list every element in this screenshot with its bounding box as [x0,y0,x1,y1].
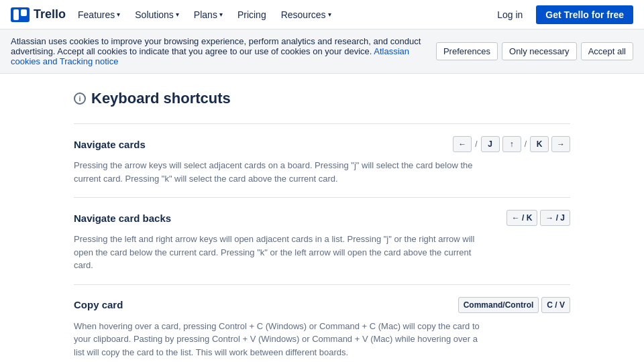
info-icon: i [74,93,86,105]
key-badge: ← / K [506,210,538,226]
shortcut-description: Pressing the left and right arrow keys w… [74,233,490,272]
chevron-down-icon: ▾ [328,11,331,18]
key-badge: C / V [541,297,570,313]
nav-pricing[interactable]: Pricing [231,5,273,24]
nav-plans[interactable]: Plans ▾ [187,5,229,24]
accept-all-button[interactable]: Accept all [581,42,633,60]
chevron-down-icon: ▾ [176,11,179,18]
main-content: i Keyboard shortcuts Navigate cards ← / … [60,74,584,362]
key-badge: ↑ [502,136,521,152]
nav-features[interactable]: Features ▾ [71,5,127,24]
shortcut-keys: Command/Control C / V [458,297,570,313]
cookie-buttons: Preferences Only necessary Accept all [436,42,633,60]
logo-text: Trello [34,7,66,21]
key-separator: / [524,139,527,149]
nav-solutions-label: Solutions [135,9,174,20]
page-title: Keyboard shortcuts [91,90,231,107]
logo[interactable]: Trello [11,7,66,22]
preferences-button[interactable]: Preferences [436,42,498,60]
cookie-text: Atlassian uses cookies to improve your b… [11,36,431,66]
nav-items: Features ▾ Solutions ▾ Plans ▾ Pricing R… [71,5,338,24]
svg-rect-1 [21,9,27,16]
chevron-down-icon: ▾ [117,11,120,18]
nav-plans-label: Plans [194,9,217,20]
nav-solutions[interactable]: Solutions ▾ [128,5,186,24]
shortcut-section-copy-card: Copy card Command/Control C / V When hov… [74,284,570,363]
nav-pricing-label: Pricing [237,9,266,20]
key-badge: J [481,136,500,152]
key-separator: / [474,139,478,149]
key-badge: Command/Control [458,297,539,313]
shortcut-header: Navigate cards ← / J ↑ / K → [74,136,570,152]
nav-features-label: Features [78,9,115,20]
key-badge: → [551,136,570,152]
shortcut-description: Pressing the arrow keys will select adja… [74,159,490,185]
nav-right: Log in Get Trello for free [489,5,633,24]
shortcut-name: Navigate card backs [74,213,171,224]
nav-resources-label: Resources [281,9,326,20]
shortcut-keys: ← / K → / J [506,210,570,226]
cookie-banner: Atlassian uses cookies to improve your b… [0,29,644,74]
key-badge: K [530,136,549,152]
page-title-row: i Keyboard shortcuts [74,90,570,107]
trello-logo-icon [11,7,30,22]
shortcut-header: Navigate card backs ← / K → / J [74,210,570,226]
shortcut-name: Navigate cards [74,139,146,150]
svg-rect-0 [13,9,19,20]
shortcut-name: Copy card [74,299,123,310]
navbar: Trello Features ▾ Solutions ▾ Plans ▾ Pr… [0,0,644,29]
key-badge: ← [453,136,472,152]
shortcut-header: Copy card Command/Control C / V [74,297,570,313]
shortcut-section-navigate-cards: Navigate cards ← / J ↑ / K → Pressing th… [74,123,570,197]
shortcut-section-navigate-card-backs: Navigate card backs ← / K → / J Pressing… [74,197,570,284]
shortcut-description: When hovering over a card, pressing Cont… [74,320,490,359]
nav-resources[interactable]: Resources ▾ [274,5,338,24]
only-necessary-button[interactable]: Only necessary [502,42,577,60]
shortcut-keys: ← / J ↑ / K → [453,136,570,152]
key-badge: → / J [540,210,570,226]
login-button[interactable]: Log in [489,5,531,24]
chevron-down-icon: ▾ [219,11,223,18]
get-trello-button[interactable]: Get Trello for free [536,5,633,24]
